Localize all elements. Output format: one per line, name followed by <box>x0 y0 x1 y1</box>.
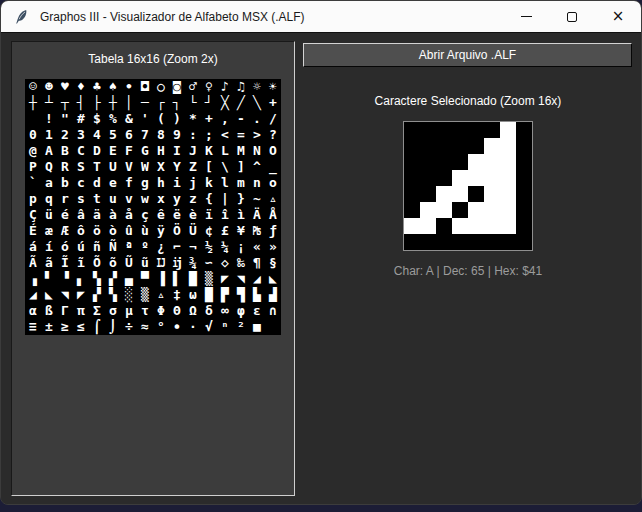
table-cell[interactable]: ♀ <box>201 79 217 95</box>
table-cell[interactable]: N <box>249 143 265 159</box>
table-cell[interactable]: v <box>121 191 137 207</box>
table-cell[interactable]: ♂ <box>185 79 201 95</box>
table-cell[interactable]: å <box>121 207 137 223</box>
table-cell[interactable]: ▵ <box>265 191 281 207</box>
table-cell[interactable]: Æ <box>57 223 73 239</box>
table-cell[interactable]: Ä <box>249 207 265 223</box>
table-cell[interactable]: Ũ <box>121 255 137 271</box>
table-cell[interactable]: T <box>89 159 105 175</box>
table-cell[interactable]: 4 <box>89 127 105 143</box>
table-cell[interactable]: 2 <box>57 127 73 143</box>
table-cell[interactable]: " <box>57 111 73 127</box>
table-cell[interactable]: Ĩ <box>57 255 73 271</box>
table-cell[interactable]: ▙ <box>249 287 265 303</box>
table-cell[interactable]: ♥ <box>57 79 73 95</box>
table-cell[interactable]: ù <box>137 223 153 239</box>
table-cell[interactable]: O <box>265 143 281 159</box>
table-cell[interactable]: ▞ <box>89 287 105 303</box>
table-cell[interactable]: G <box>137 143 153 159</box>
table-cell[interactable]: ú <box>73 239 89 255</box>
table-cell[interactable]: } <box>233 191 249 207</box>
table-cell[interactable]: Y <box>169 159 185 175</box>
table-cell[interactable]: u <box>105 191 121 207</box>
table-cell[interactable]: ± <box>41 319 57 335</box>
table-cell[interactable]: n <box>249 175 265 191</box>
table-cell[interactable]: ■ <box>249 319 265 335</box>
table-cell[interactable]: c <box>73 175 89 191</box>
table-cell[interactable]: ¾ <box>185 255 201 271</box>
table-cell[interactable]: õ <box>105 255 121 271</box>
table-cell[interactable]: ☼ <box>249 79 265 95</box>
table-cell[interactable]: Å <box>265 207 281 223</box>
table-cell[interactable]: , <box>217 111 233 127</box>
table-cell[interactable]: Z <box>185 159 201 175</box>
table-cell[interactable]: + <box>265 95 281 111</box>
table-cell[interactable]: ◇ <box>217 255 233 271</box>
table-cell[interactable]: π <box>73 303 89 319</box>
table-cell[interactable]: ( <box>153 111 169 127</box>
table-cell[interactable]: - <box>233 111 249 127</box>
table-cell[interactable]: z <box>185 191 201 207</box>
table-cell[interactable]: 0 <box>25 127 41 143</box>
table-cell[interactable]: ¶ <box>249 255 265 271</box>
table-cell[interactable]: ¡ <box>233 239 249 255</box>
table-cell[interactable]: B <box>57 143 73 159</box>
table-cell[interactable]: o <box>265 175 281 191</box>
table-cell[interactable]: ◘ <box>137 79 153 95</box>
table-cell[interactable]: Σ <box>89 303 105 319</box>
table-cell[interactable]: ÷ <box>121 319 137 335</box>
table-cell[interactable]: ☻ <box>41 79 57 95</box>
table-cell[interactable]: U <box>105 159 121 175</box>
table-cell[interactable]: \ <box>217 159 233 175</box>
table-cell[interactable]: P <box>25 159 41 175</box>
table-cell[interactable]: Ç <box>25 207 41 223</box>
table-cell[interactable]: ì <box>233 207 249 223</box>
table-cell[interactable]: é <box>57 207 73 223</box>
table-cell[interactable]: Õ <box>89 255 105 271</box>
table-cell[interactable]: ¢ <box>201 223 217 239</box>
table-cell[interactable]: 9 <box>169 127 185 143</box>
table-cell[interactable]: τ <box>137 303 153 319</box>
table-cell[interactable]: ▒ <box>201 271 217 287</box>
table-cell[interactable]: ▵ <box>153 287 169 303</box>
table-cell[interactable]: │ <box>121 95 137 111</box>
table-cell[interactable]: µ <box>121 303 137 319</box>
table-cell[interactable]: 7 <box>137 127 153 143</box>
table-cell[interactable]: ♣ <box>89 79 105 95</box>
table-cell[interactable]: D <box>89 143 105 159</box>
table-cell[interactable]: x <box>153 191 169 207</box>
table-cell[interactable]: * <box>185 111 201 127</box>
table-cell[interactable]: ♪ <box>217 79 233 95</box>
table-cell[interactable]: 5 <box>105 127 121 143</box>
table-cell[interactable]: ╲ <box>249 95 265 111</box>
table-cell[interactable]: ♦ <box>73 79 89 95</box>
table-cell[interactable]: ┌ <box>153 95 169 111</box>
table-cell[interactable]: α <box>25 303 41 319</box>
table-cell[interactable]: ñ <box>89 239 105 255</box>
table-cell[interactable]: ◣ <box>265 271 281 287</box>
table-cell[interactable]: ° <box>153 319 169 335</box>
table-cell[interactable]: ◤ <box>73 287 89 303</box>
table-cell[interactable]: ĳ <box>169 255 185 271</box>
table-cell[interactable]: ] <box>233 159 249 175</box>
table-cell[interactable]: f <box>121 175 137 191</box>
table-cell[interactable]: ĩ <box>73 255 89 271</box>
table-cell[interactable]: 1 <box>41 127 57 143</box>
table-cell[interactable]: Q <box>41 159 57 175</box>
table-cell[interactable]: ² <box>233 319 249 335</box>
table-cell[interactable]: ▛ <box>217 287 233 303</box>
table-cell[interactable]: d <box>89 175 105 191</box>
table-cell[interactable]: ♠ <box>105 79 121 95</box>
table-cell[interactable]: I <box>169 143 185 159</box>
table-cell[interactable]: . <box>249 111 265 127</box>
table-cell[interactable]: g <box>137 175 153 191</box>
table-cell[interactable]: ∙ <box>169 319 185 335</box>
table-cell[interactable]: █ <box>185 271 201 287</box>
table-cell[interactable]: ‰ <box>233 255 249 271</box>
table-cell[interactable]: ÿ <box>153 223 169 239</box>
table-cell[interactable]: ω <box>185 287 201 303</box>
table-cell[interactable]: ∞ <box>217 303 233 319</box>
table-cell[interactable]: ' <box>137 111 153 127</box>
table-cell[interactable]: C <box>73 143 89 159</box>
table-cell[interactable]: î <box>217 207 233 223</box>
